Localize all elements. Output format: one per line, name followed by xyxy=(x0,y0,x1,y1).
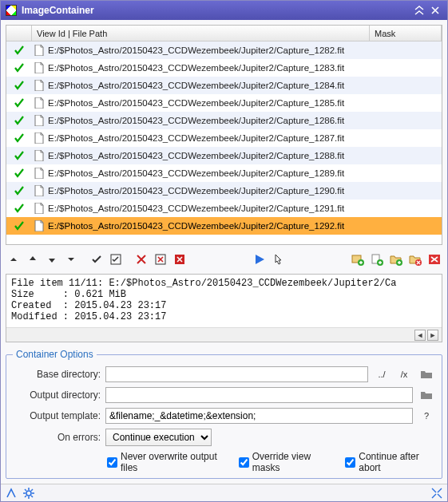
shade-button[interactable] xyxy=(412,4,426,17)
footer-new-instance-icon[interactable] xyxy=(6,488,17,499)
file-path: E:/$Photos_Astro/20150423_CCDWezembeek/J… xyxy=(46,81,370,90)
add-files-button[interactable] xyxy=(369,251,385,267)
base-dir-row: Base directory: ../ /x xyxy=(13,366,435,382)
output-tmpl-input[interactable] xyxy=(105,408,413,424)
check-button[interactable] xyxy=(89,251,105,267)
table-row[interactable]: E:/$Photos_Astro/20150423_CCDWezembeek/J… xyxy=(6,77,442,94)
svg-line-16 xyxy=(31,496,33,497)
chk-continue-abort-box[interactable] xyxy=(345,457,355,468)
col-mask[interactable]: Mask xyxy=(370,26,442,41)
base-dir-browse-button[interactable] xyxy=(418,366,435,382)
base-dir-up-button[interactable]: ../ xyxy=(373,366,391,382)
base-dir-clear-button[interactable]: /x xyxy=(395,366,413,382)
file-path: E:/$Photos_Astro/20150423_CCDWezembeek/J… xyxy=(46,186,370,196)
table-row[interactable]: E:/$Photos_Astro/20150423_CCDWezembeek/J… xyxy=(6,42,442,59)
file-path: E:/$Photos_Astro/20150423_CCDWezembeek/J… xyxy=(46,98,370,108)
file-icon xyxy=(32,203,46,214)
info-panel: File item 11/11: E:/$Photos_Astro/201504… xyxy=(6,274,442,342)
check-icon xyxy=(6,150,32,161)
check-icon xyxy=(6,220,32,231)
file-icon xyxy=(32,220,46,231)
check-icon xyxy=(6,203,32,214)
file-path: E:/$Photos_Astro/20150423_CCDWezembeek/J… xyxy=(46,63,370,73)
container-options: Container Options Base directory: ../ /x… xyxy=(6,349,442,479)
output-dir-browse-button[interactable] xyxy=(418,387,435,403)
remove-boxed-button[interactable] xyxy=(153,251,168,267)
move-down-button[interactable] xyxy=(44,251,60,267)
delete-folder-button[interactable] xyxy=(407,251,423,267)
close-button[interactable] xyxy=(428,4,442,17)
file-list-body[interactable]: E:/$Photos_Astro/20150423_CCDWezembeek/J… xyxy=(6,42,442,244)
file-path: E:/$Photos_Astro/20150423_CCDWezembeek/J… xyxy=(46,116,370,125)
table-row[interactable]: E:/$Photos_Astro/20150423_CCDWezembeek/J… xyxy=(6,182,442,200)
add-view-button[interactable] xyxy=(350,251,366,267)
file-path: E:/$Photos_Astro/20150423_CCDWezembeek/J… xyxy=(46,221,370,231)
content: View Id | File Path Mask E:/$Photos_Astr… xyxy=(1,20,447,484)
svg-line-18 xyxy=(25,496,26,497)
titlebar[interactable]: ImageContainer xyxy=(1,1,447,20)
app-icon xyxy=(6,5,17,16)
file-icon xyxy=(32,168,46,179)
chk-continue-abort[interactable]: Continue after abort xyxy=(345,451,435,473)
check-icon xyxy=(6,80,32,91)
checkbox-row: Never overwrite output files Override vi… xyxy=(13,451,435,473)
on-errors-row: On errors: Continue execution xyxy=(13,429,435,446)
file-icon xyxy=(32,97,46,109)
remove-all-button[interactable] xyxy=(172,251,188,267)
move-top-button[interactable] xyxy=(6,251,22,267)
check-icon xyxy=(6,185,32,196)
scroll-right-button[interactable]: ► xyxy=(427,330,438,341)
toolbar xyxy=(6,250,442,269)
base-dir-input[interactable] xyxy=(105,366,368,382)
file-icon xyxy=(32,62,46,73)
info-scrollbar: ◄ ► xyxy=(6,327,442,342)
table-row[interactable]: E:/$Photos_Astro/20150423_CCDWezembeek/J… xyxy=(6,200,442,217)
file-list: View Id | File Path Mask E:/$Photos_Astr… xyxy=(6,25,442,245)
col-filepath[interactable]: View Id | File Path xyxy=(32,26,370,41)
file-icon xyxy=(32,132,46,144)
chk-overwrite-box[interactable] xyxy=(107,457,117,468)
file-icon xyxy=(32,80,46,91)
scroll-left-button[interactable]: ◄ xyxy=(414,330,426,341)
move-bottom-button[interactable] xyxy=(63,251,79,267)
output-dir-input[interactable] xyxy=(105,387,413,403)
add-folder-button[interactable] xyxy=(388,251,404,267)
footer-collapse-icon[interactable] xyxy=(431,488,442,499)
footer-settings-icon[interactable] xyxy=(23,488,34,499)
output-tmpl-label: Output template: xyxy=(13,410,101,421)
svg-line-17 xyxy=(31,489,33,491)
table-row[interactable]: E:/$Photos_Astro/20150423_CCDWezembeek/J… xyxy=(6,129,442,147)
col-check[interactable] xyxy=(6,26,32,41)
pointer-button[interactable] xyxy=(271,251,287,267)
window-title: ImageContainer xyxy=(22,5,94,16)
file-icon xyxy=(32,185,46,196)
output-tmpl-help-button[interactable]: ? xyxy=(418,408,435,424)
check-icon xyxy=(6,115,32,126)
check-icon xyxy=(6,45,32,56)
file-path: E:/$Photos_Astro/20150423_CCDWezembeek/J… xyxy=(46,168,370,178)
check-icon xyxy=(6,97,32,109)
remove-button[interactable] xyxy=(133,251,149,267)
table-row[interactable]: E:/$Photos_Astro/20150423_CCDWezembeek/J… xyxy=(6,59,442,77)
table-row[interactable]: E:/$Photos_Astro/20150423_CCDWezembeek/J… xyxy=(6,147,442,164)
table-row[interactable]: E:/$Photos_Astro/20150423_CCDWezembeek/J… xyxy=(6,112,442,129)
table-row[interactable]: E:/$Photos_Astro/20150423_CCDWezembeek/J… xyxy=(6,217,442,235)
file-path: E:/$Photos_Astro/20150423_CCDWezembeek/J… xyxy=(46,204,370,213)
on-errors-select[interactable]: Continue execution xyxy=(105,429,212,446)
clear-list-button[interactable] xyxy=(426,251,442,267)
chk-overwrite[interactable]: Never overwrite output files xyxy=(107,451,226,473)
base-dir-label: Base directory: xyxy=(13,369,101,380)
table-row[interactable]: E:/$Photos_Astro/20150423_CCDWezembeek/J… xyxy=(6,94,442,112)
chk-override-masks[interactable]: Override view masks xyxy=(239,451,333,473)
check-icon xyxy=(6,132,32,144)
check-icon xyxy=(6,62,32,73)
output-dir-row: Output directory: xyxy=(13,387,435,403)
output-dir-label: Output directory: xyxy=(13,389,101,401)
check-boxed-button[interactable] xyxy=(108,251,124,267)
info-text[interactable]: File item 11/11: E:/$Photos_Astro/201504… xyxy=(6,275,442,327)
chk-override-masks-box[interactable] xyxy=(239,457,249,468)
run-button[interactable] xyxy=(252,251,268,267)
move-up-button[interactable] xyxy=(25,251,41,267)
file-icon xyxy=(32,45,46,56)
table-row[interactable]: E:/$Photos_Astro/20150423_CCDWezembeek/J… xyxy=(6,164,442,182)
